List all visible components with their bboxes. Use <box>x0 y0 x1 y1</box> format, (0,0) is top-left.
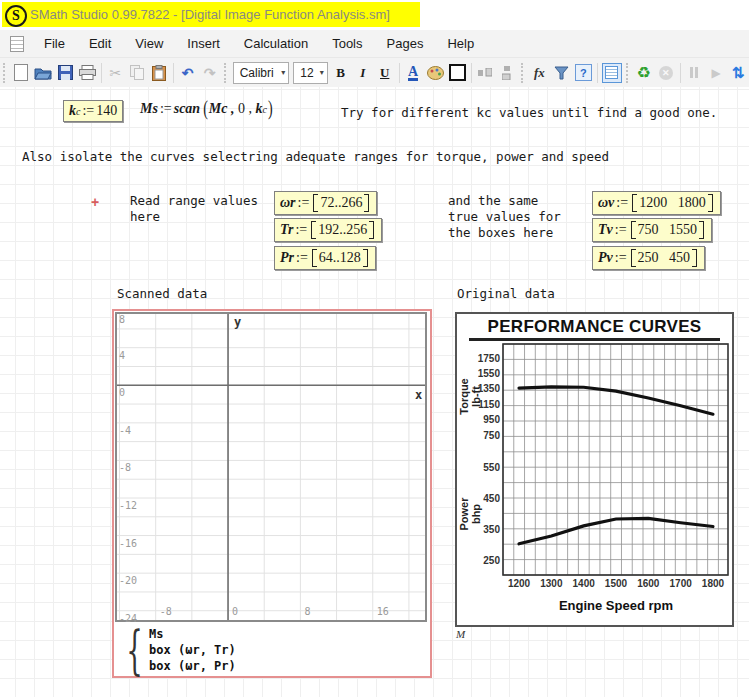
x-axis-label: x <box>415 388 422 402</box>
scissors-icon: ✂ <box>109 66 121 80</box>
plot-input-list[interactable]: { Ms box (ωr, Tr) box (ωr, Pr) <box>118 626 236 674</box>
assign-op: := <box>158 101 174 117</box>
note-line: Read range values <box>130 193 258 209</box>
range-var: Tr <box>280 222 293 238</box>
note-true-values[interactable]: and the same true values for the boxes h… <box>448 193 561 241</box>
svg-text:bhp: bhp <box>470 504 482 524</box>
font-name-combo[interactable]: Calibri ▾ <box>233 62 290 84</box>
bold-button[interactable]: B <box>330 62 352 84</box>
equation-ms-scan[interactable]: Ms:=scan(Mc , 0 , kc) <box>140 101 274 117</box>
equation-omega-v[interactable]: ωv:=1200 1800 <box>592 191 721 215</box>
save-button[interactable] <box>54 62 76 84</box>
bracket-right <box>369 221 374 239</box>
chevron-down-icon[interactable]: ▾ <box>281 68 285 77</box>
open-file-button[interactable] <box>32 62 54 84</box>
range-var: ωr <box>280 195 296 211</box>
menu-file[interactable]: File <box>32 32 77 55</box>
original-picture-region[interactable]: PERFORMANCE CURVES 120013001400150016001… <box>455 312 734 627</box>
toolbar-grip[interactable] <box>3 63 6 83</box>
undo-arrow-icon: ↶ <box>182 66 194 80</box>
menu-tools[interactable]: Tools <box>320 32 374 55</box>
funnel-icon <box>554 66 569 80</box>
font-size-combo[interactable]: 12 ▾ <box>293 62 327 84</box>
assign-op: := <box>296 195 312 211</box>
resume-button[interactable]: ▶ <box>705 62 727 84</box>
equation-pr[interactable]: Pr:=64..128 <box>274 246 376 270</box>
label-scanned-data[interactable]: Scanned data <box>117 286 207 302</box>
bracket-left <box>311 221 316 239</box>
kc-var: k <box>69 103 76 119</box>
copy-button[interactable] <box>126 62 148 84</box>
performance-curves-canvas: 1200130014001500160017001800Engine Speed… <box>457 314 732 625</box>
chevron-down-icon[interactable]: ▾ <box>320 68 324 77</box>
scan-arg2: 0 , <box>238 101 252 117</box>
bracket-right <box>699 221 704 239</box>
equation-tv[interactable]: Tv:=750 1550 <box>592 218 712 242</box>
svg-text:550: 550 <box>483 462 500 473</box>
redo-button[interactable]: ↷ <box>199 62 221 84</box>
menu-insert[interactable]: Insert <box>175 32 232 55</box>
vector-value: 250 450 <box>638 250 691 266</box>
snapshot-list-icon <box>602 63 622 83</box>
undo-button[interactable]: ↶ <box>177 62 199 84</box>
menu-calculation[interactable]: Calculation <box>232 32 320 55</box>
border-button[interactable] <box>446 62 468 84</box>
new-file-button[interactable] <box>10 62 32 84</box>
menu-view[interactable]: View <box>123 32 175 55</box>
note-try-kc[interactable]: Try for different kc values until find a… <box>341 105 717 121</box>
redo-arrow-icon: ↷ <box>204 66 216 80</box>
range-value: 72..266 <box>320 195 362 211</box>
svg-text:-20: -20 <box>119 575 137 586</box>
font-color-button[interactable]: A <box>402 62 424 84</box>
filter-button[interactable] <box>550 62 572 84</box>
torque-curve <box>519 387 713 414</box>
print-button[interactable] <box>76 62 98 84</box>
menu-edit[interactable]: Edit <box>77 32 123 55</box>
paren-close: ) <box>267 97 274 120</box>
document-icon[interactable] <box>10 36 24 52</box>
cut-button[interactable]: ✂ <box>104 62 126 84</box>
equation-tr[interactable]: Tr:=192..256 <box>274 218 382 242</box>
note-isolate-curves[interactable]: Also isolate the curves selectring adequ… <box>22 149 609 165</box>
note-line: and the same <box>448 193 561 209</box>
underline-button[interactable]: U <box>374 62 396 84</box>
help-button[interactable]: ? <box>572 62 594 84</box>
menu-help[interactable]: Help <box>435 32 486 55</box>
snapshots-toggle-button[interactable] <box>601 62 623 84</box>
paste-button[interactable] <box>148 62 170 84</box>
equation-kc[interactable]: kc:=140 <box>63 100 123 122</box>
label-original-data[interactable]: Original data <box>457 286 555 302</box>
pause-button[interactable] <box>683 62 705 84</box>
interrupt-button[interactable]: ✕ <box>655 62 677 84</box>
scanned-plot-canvas: -80816840-4-8-12-16-20-24yx <box>115 312 427 622</box>
menu-bar: File Edit View Insert Calculation Tools … <box>0 30 749 58</box>
equation-omega-r[interactable]: ωr:=72..266 <box>274 191 377 215</box>
note-read-ranges[interactable]: Read range values here <box>130 193 258 225</box>
recalculate-button[interactable]: ♻ <box>633 62 655 84</box>
svg-text:4: 4 <box>119 350 125 361</box>
svg-text:1300: 1300 <box>540 578 563 589</box>
align-vertical-button[interactable] <box>496 62 518 84</box>
plot-input-ms: Ms <box>149 626 236 642</box>
align-horizontal-button[interactable] <box>474 62 496 84</box>
equation-pv[interactable]: Pv:=250 450 <box>592 246 705 270</box>
bracket-right <box>364 194 369 212</box>
scanned-plot-region[interactable]: -80816840-4-8-12-16-20-24yx { Ms box (ωr… <box>112 309 432 678</box>
picture-variable-label[interactable]: M <box>456 628 465 640</box>
menu-pages[interactable]: Pages <box>375 32 436 55</box>
italic-button[interactable]: I <box>352 62 374 84</box>
insert-cursor: + <box>91 194 99 210</box>
insert-function-button[interactable]: fx <box>528 62 550 84</box>
underline-icon: U <box>380 65 389 81</box>
curly-brace-icon: { <box>126 626 143 674</box>
svg-text:8: 8 <box>304 606 310 617</box>
worksheet[interactable]: kc:=140 Ms:=scan(Mc , 0 , kc) Try for di… <box>0 87 749 697</box>
bracket-right <box>708 194 713 212</box>
background-color-button[interactable] <box>424 62 446 84</box>
printer-icon <box>79 65 96 80</box>
open-folder-icon <box>34 66 52 80</box>
scan-arg3: k <box>256 101 263 117</box>
kc-value: 140 <box>96 103 117 119</box>
sort-updown-button[interactable]: ⇅ <box>727 62 749 84</box>
svg-text:750: 750 <box>483 430 500 441</box>
